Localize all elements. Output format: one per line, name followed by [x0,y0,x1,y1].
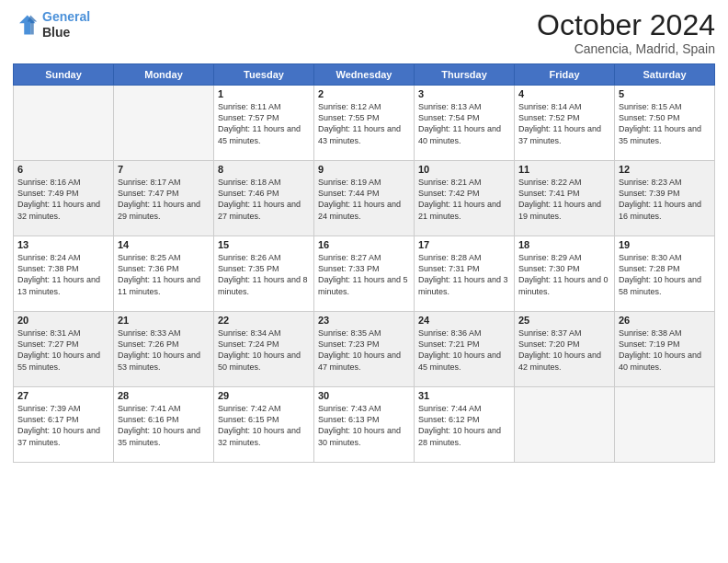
calendar-cell: 8Sunrise: 8:18 AM Sunset: 7:46 PM Daylig… [214,161,314,236]
page: General Blue October 2024 Canencia, Madr… [0,0,728,563]
calendar-cell: 2Sunrise: 8:12 AM Sunset: 7:55 PM Daylig… [314,86,415,161]
day-number: 3 [418,88,510,99]
title-block: October 2024 Canencia, Madrid, Spain [537,9,715,56]
day-info: Sunrise: 8:19 AM Sunset: 7:44 PM Dayligh… [318,177,410,222]
calendar-header-tuesday: Tuesday [214,64,314,86]
month-title: October 2024 [537,9,715,41]
day-info: Sunrise: 8:11 AM Sunset: 7:57 PM Dayligh… [218,101,310,146]
calendar-cell [615,387,715,463]
calendar-cell: 25Sunrise: 8:37 AM Sunset: 7:20 PM Dayli… [515,312,615,387]
calendar-cell: 14Sunrise: 8:25 AM Sunset: 7:36 PM Dayli… [114,236,214,312]
day-number: 18 [518,239,610,250]
calendar-cell: 18Sunrise: 8:29 AM Sunset: 7:30 PM Dayli… [515,236,615,312]
calendar-cell: 31Sunrise: 7:44 AM Sunset: 6:12 PM Dayli… [415,387,515,463]
day-info: Sunrise: 8:12 AM Sunset: 7:55 PM Dayligh… [318,101,410,146]
day-number: 10 [418,164,510,175]
calendar-header-monday: Monday [114,64,214,86]
calendar-cell [114,86,214,161]
day-number: 28 [118,390,210,401]
calendar-cell: 21Sunrise: 8:33 AM Sunset: 7:26 PM Dayli… [114,312,214,387]
day-number: 14 [118,239,210,250]
day-number: 29 [218,390,310,401]
calendar-cell: 5Sunrise: 8:15 AM Sunset: 7:50 PM Daylig… [615,86,715,161]
day-info: Sunrise: 8:37 AM Sunset: 7:20 PM Dayligh… [518,327,610,373]
calendar-week-2: 13Sunrise: 8:24 AM Sunset: 7:38 PM Dayli… [14,236,715,312]
day-number: 5 [619,88,711,99]
calendar-cell: 7Sunrise: 8:17 AM Sunset: 7:47 PM Daylig… [114,161,214,236]
calendar-header-saturday: Saturday [615,64,715,86]
calendar-cell: 10Sunrise: 8:21 AM Sunset: 7:42 PM Dayli… [415,161,515,236]
location: Canencia, Madrid, Spain [537,41,715,56]
day-number: 9 [318,164,410,175]
calendar-cell: 4Sunrise: 8:14 AM Sunset: 7:52 PM Daylig… [515,86,615,161]
calendar-header-wednesday: Wednesday [314,64,415,86]
day-info: Sunrise: 8:17 AM Sunset: 7:47 PM Dayligh… [118,177,210,222]
calendar-week-3: 20Sunrise: 8:31 AM Sunset: 7:27 PM Dayli… [14,312,715,387]
day-info: Sunrise: 8:30 AM Sunset: 7:28 PM Dayligh… [619,252,711,297]
calendar-cell: 13Sunrise: 8:24 AM Sunset: 7:38 PM Dayli… [14,236,114,312]
calendar-cell [515,387,615,463]
calendar-cell: 3Sunrise: 8:13 AM Sunset: 7:54 PM Daylig… [415,86,515,161]
calendar-header-row: SundayMondayTuesdayWednesdayThursdayFrid… [14,64,715,86]
calendar-cell: 22Sunrise: 8:34 AM Sunset: 7:24 PM Dayli… [214,312,314,387]
day-number: 7 [118,164,210,175]
calendar-cell: 6Sunrise: 8:16 AM Sunset: 7:49 PM Daylig… [14,161,114,236]
logo-icon [13,12,39,38]
calendar-cell: 12Sunrise: 8:23 AM Sunset: 7:39 PM Dayli… [615,161,715,236]
day-info: Sunrise: 8:33 AM Sunset: 7:26 PM Dayligh… [118,327,210,373]
day-info: Sunrise: 7:44 AM Sunset: 6:12 PM Dayligh… [418,403,510,448]
day-number: 17 [418,239,510,250]
day-number: 16 [318,239,410,250]
calendar-cell: 16Sunrise: 8:27 AM Sunset: 7:33 PM Dayli… [314,236,415,312]
calendar-cell: 11Sunrise: 8:22 AM Sunset: 7:41 PM Dayli… [515,161,615,236]
day-number: 19 [619,239,711,250]
day-info: Sunrise: 8:28 AM Sunset: 7:31 PM Dayligh… [418,252,510,297]
calendar-cell: 24Sunrise: 8:36 AM Sunset: 7:21 PM Dayli… [415,312,515,387]
day-number: 27 [17,390,109,401]
day-number: 31 [418,390,510,401]
day-number: 4 [518,88,610,99]
day-info: Sunrise: 8:22 AM Sunset: 7:41 PM Dayligh… [518,177,610,222]
day-info: Sunrise: 8:29 AM Sunset: 7:30 PM Dayligh… [518,252,610,297]
header: General Blue October 2024 Canencia, Madr… [13,9,715,56]
day-info: Sunrise: 8:23 AM Sunset: 7:39 PM Dayligh… [619,177,711,222]
day-number: 21 [118,315,210,326]
day-number: 22 [218,315,310,326]
day-info: Sunrise: 7:43 AM Sunset: 6:13 PM Dayligh… [318,403,410,448]
day-info: Sunrise: 8:15 AM Sunset: 7:50 PM Dayligh… [619,101,711,146]
day-info: Sunrise: 8:27 AM Sunset: 7:33 PM Dayligh… [318,252,410,297]
calendar-header-thursday: Thursday [415,64,515,86]
calendar-cell [14,86,114,161]
day-info: Sunrise: 7:39 AM Sunset: 6:17 PM Dayligh… [17,403,109,448]
day-number: 8 [218,164,310,175]
calendar-cell: 23Sunrise: 8:35 AM Sunset: 7:23 PM Dayli… [314,312,415,387]
day-info: Sunrise: 8:31 AM Sunset: 7:27 PM Dayligh… [17,327,109,373]
calendar-table: SundayMondayTuesdayWednesdayThursdayFrid… [13,63,715,463]
day-number: 15 [218,239,310,250]
day-info: Sunrise: 8:26 AM Sunset: 7:35 PM Dayligh… [218,252,310,297]
calendar-cell: 28Sunrise: 7:41 AM Sunset: 6:16 PM Dayli… [114,387,214,463]
calendar-cell: 27Sunrise: 7:39 AM Sunset: 6:17 PM Dayli… [14,387,114,463]
calendar-cell: 15Sunrise: 8:26 AM Sunset: 7:35 PM Dayli… [214,236,314,312]
day-number: 20 [17,315,109,326]
calendar-header-friday: Friday [515,64,615,86]
day-number: 11 [518,164,610,175]
calendar-cell: 1Sunrise: 8:11 AM Sunset: 7:57 PM Daylig… [214,86,314,161]
calendar-week-1: 6Sunrise: 8:16 AM Sunset: 7:49 PM Daylig… [14,161,715,236]
logo: General Blue [13,9,90,40]
calendar-week-0: 1Sunrise: 8:11 AM Sunset: 7:57 PM Daylig… [14,86,715,161]
day-info: Sunrise: 7:41 AM Sunset: 6:16 PM Dayligh… [118,403,210,448]
calendar-cell: 29Sunrise: 7:42 AM Sunset: 6:15 PM Dayli… [214,387,314,463]
day-number: 23 [318,315,410,326]
day-info: Sunrise: 8:14 AM Sunset: 7:52 PM Dayligh… [518,101,610,146]
day-info: Sunrise: 8:24 AM Sunset: 7:38 PM Dayligh… [17,252,109,297]
calendar-cell: 20Sunrise: 8:31 AM Sunset: 7:27 PM Dayli… [14,312,114,387]
day-info: Sunrise: 8:21 AM Sunset: 7:42 PM Dayligh… [418,177,510,222]
day-number: 30 [318,390,410,401]
calendar-header-sunday: Sunday [14,64,114,86]
calendar-week-4: 27Sunrise: 7:39 AM Sunset: 6:17 PM Dayli… [14,387,715,463]
calendar-cell: 26Sunrise: 8:38 AM Sunset: 7:19 PM Dayli… [615,312,715,387]
day-number: 26 [619,315,711,326]
day-info: Sunrise: 8:16 AM Sunset: 7:49 PM Dayligh… [17,177,109,222]
day-info: Sunrise: 8:25 AM Sunset: 7:36 PM Dayligh… [118,252,210,297]
